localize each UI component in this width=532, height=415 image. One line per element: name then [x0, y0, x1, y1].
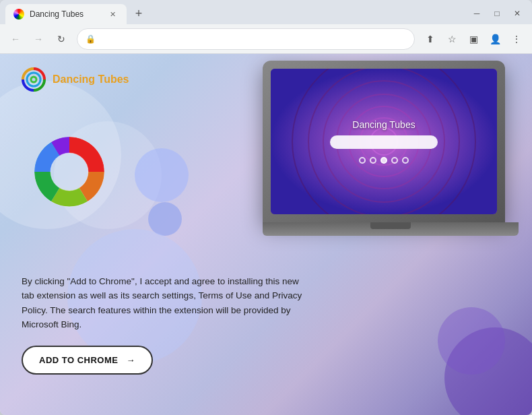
title-bar: Dancing Tubes ✕ + ─ □ ✕: [0, 0, 532, 24]
new-tab-button[interactable]: +: [129, 4, 148, 23]
dot-3: [380, 157, 387, 164]
extensions-button[interactable]: ▣: [463, 29, 484, 49]
page-content: Dancing Tubes: [0, 54, 532, 415]
forward-button[interactable]: →: [28, 29, 48, 49]
profile-button[interactable]: 👤: [485, 29, 505, 49]
chrome-window: Dancing Tubes ✕ + ─ □ ✕ ← → ↻ 🔒 ⬆ ☆ ▣ 👤 …: [0, 0, 532, 415]
description-text: By clicking "Add to Chrome", I accept an…: [22, 274, 304, 332]
logo-text: Dancing Tubes: [53, 73, 129, 86]
add-to-chrome-button[interactable]: ADD TO CHROME →: [22, 346, 153, 375]
restore-button[interactable]: □: [488, 5, 506, 22]
color-wheel: [32, 135, 106, 209]
share-button[interactable]: ⬆: [420, 29, 440, 49]
dot-5: [402, 157, 409, 164]
screen-dots: [359, 157, 409, 164]
reload-button[interactable]: ↻: [51, 29, 71, 49]
screen-search-bar: [330, 135, 438, 149]
lock-icon: 🔒: [86, 34, 96, 44]
add-button-label: ADD TO CHROME: [39, 355, 118, 365]
tab-strip: Dancing Tubes ✕ +: [5, 4, 467, 24]
blob-7: [438, 307, 505, 375]
blob-4: [148, 202, 182, 236]
laptop-outer: Dancing Tubes: [263, 61, 505, 222]
tab-title: Dancing Tubes: [30, 9, 101, 19]
tab-close-button[interactable]: ✕: [106, 8, 119, 20]
navigation-bar: ← → ↻ 🔒 ⬆ ☆ ▣ 👤 ⋮: [0, 24, 532, 54]
close-button[interactable]: ✕: [508, 5, 527, 22]
svg-point-1: [27, 73, 40, 86]
dot-2: [370, 157, 376, 164]
bookmark-button[interactable]: ☆: [442, 29, 462, 49]
dot-1: [359, 157, 366, 164]
add-button-arrow: →: [126, 355, 135, 365]
dot-4: [391, 157, 398, 164]
logo-icon: [22, 67, 46, 92]
laptop-screen: Dancing Tubes: [271, 69, 497, 214]
svg-point-2: [31, 77, 36, 82]
menu-button[interactable]: ⋮: [506, 29, 527, 49]
tab-favicon: [13, 9, 24, 20]
laptop-area: Dancing Tubes: [263, 61, 519, 276]
screen-title: Dancing Tubes: [352, 119, 415, 130]
laptop-base: [263, 222, 519, 236]
address-bar[interactable]: 🔒: [77, 28, 415, 50]
bottom-content: By clicking "Add to Chrome", I accept an…: [22, 274, 304, 375]
window-controls: ─ □ ✕: [467, 5, 527, 22]
nav-actions: ⬆ ☆ ▣ 👤 ⋮: [420, 29, 527, 49]
blob-3: [135, 148, 189, 202]
minimize-button[interactable]: ─: [467, 5, 486, 22]
back-button[interactable]: ←: [5, 29, 26, 49]
logo-area: Dancing Tubes: [22, 67, 129, 92]
active-tab[interactable]: Dancing Tubes ✕: [5, 4, 127, 24]
